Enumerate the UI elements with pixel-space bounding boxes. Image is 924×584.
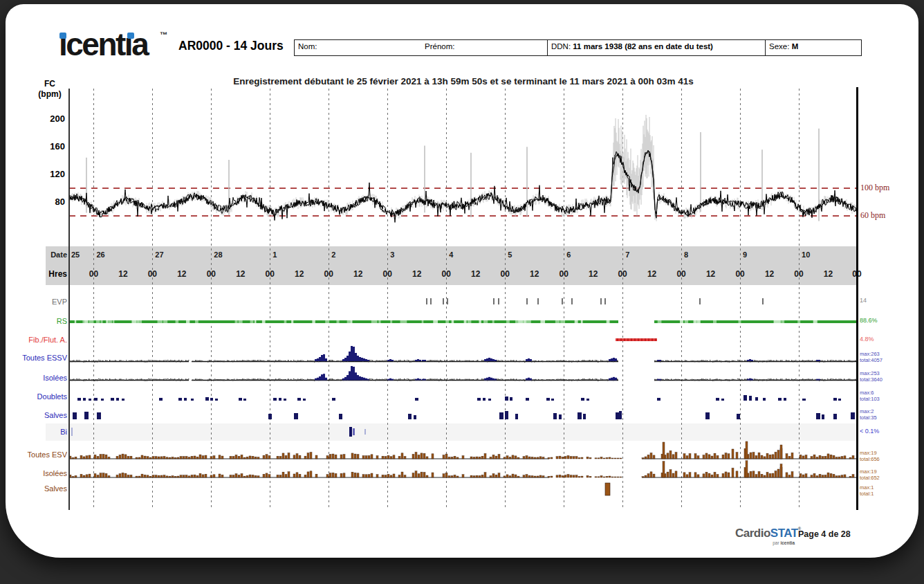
stat-line: max:263	[860, 351, 921, 357]
cardiostat-logo-stat: STAT	[770, 527, 798, 540]
hour-label: 00	[89, 269, 98, 279]
stat-line: total:652	[860, 475, 921, 481]
y-axis-label-fc: FC	[33, 79, 66, 89]
row-label-esv_slv: Salves	[0, 484, 67, 493]
row-label-essv_dbl: Doublets	[0, 392, 67, 401]
date-label-7: 7	[625, 250, 629, 259]
row-stat-essv_dbl: max:6total:103	[860, 390, 921, 402]
viewer-background: ıcentıa ™ AR0000 - 14 Jours Nom: Prénom:…	[0, 0, 924, 584]
hour-label: 12	[824, 269, 833, 279]
date-label-28: 28	[214, 250, 222, 259]
icentia-logo: ıcentıa	[59, 26, 147, 62]
hour-label: 00	[676, 269, 685, 279]
upper-bpm-limit-label: 100 bpm	[860, 183, 889, 193]
hour-label: 00	[501, 269, 510, 279]
date-label-3: 3	[390, 250, 394, 259]
row-label-bi: Bi	[0, 428, 67, 436]
date-label-1: 1	[272, 250, 277, 259]
ddn-value: 11 mars 1938 (82 ans en date du test)	[573, 42, 713, 51]
date-label-26: 26	[96, 250, 104, 259]
y-axis-label-bpm: (bpm)	[33, 89, 66, 100]
stat-line: 14	[860, 298, 921, 304]
stat-line: total:1	[860, 491, 921, 497]
stat-line: 4.8%	[860, 336, 921, 343]
nom-label: Nom:	[298, 42, 317, 51]
hour-label: 12	[706, 269, 715, 279]
hour-label: 12	[530, 269, 539, 279]
row-label-esv_iso: Isolées	[0, 469, 67, 477]
byline-icentia: icentia	[780, 540, 795, 545]
row-stat-bi: < 0.1%	[860, 428, 921, 435]
hour-label: 00	[207, 269, 216, 279]
row-label-essv_iso: Isolées	[0, 374, 67, 382]
row-stat-esv_all: max:19total:656	[860, 450, 921, 462]
row-stat-evp: 14	[860, 298, 921, 304]
icentia-logo-dot-icon	[127, 33, 134, 39]
date-row-label: Date	[28, 250, 67, 259]
date-label-5: 5	[508, 250, 512, 259]
hour-label: 00	[383, 269, 392, 279]
date-label-8: 8	[684, 250, 688, 259]
right-axis-line	[856, 87, 858, 510]
ddn-label: DDN:	[551, 42, 571, 51]
lower-bpm-limit-label: 60 bpm	[860, 210, 885, 221]
hour-label: 12	[177, 269, 186, 279]
row-stat-rs: 88.6%	[860, 318, 921, 324]
start-date-label: 25	[71, 250, 80, 259]
hour-label: 00	[735, 269, 744, 279]
hour-label: 00	[794, 269, 803, 279]
stat-line: total:103	[860, 396, 921, 402]
cardiostat-byline: par icentia	[735, 540, 795, 545]
date-label-2: 2	[331, 250, 335, 259]
stat-line: max:19	[860, 468, 921, 475]
date-label-9: 9	[743, 250, 747, 259]
row-stat-essv_all: max:263total:4057	[860, 351, 921, 363]
heart-rate-trend-chart	[69, 89, 858, 246]
hour-label: 00	[442, 269, 451, 279]
y-tick-160: 160	[36, 141, 65, 152]
date-label-10: 10	[802, 250, 810, 259]
date-label-27: 27	[155, 250, 163, 259]
stat-line: max:253	[860, 370, 921, 376]
y-axis-label: FC (bpm)	[33, 79, 66, 100]
row-label-fib: Fib./Flut. A.	[0, 336, 67, 344]
byline-par: par	[773, 540, 780, 545]
date-label-4: 4	[449, 250, 453, 259]
stat-line: 88.6%	[860, 318, 921, 324]
hour-label: 00	[148, 269, 157, 279]
row-stat-essv_iso: max:253total:3640	[860, 370, 921, 383]
stat-line: max:19	[860, 450, 921, 456]
row-label-essv_all: Toutes ESSV	[0, 354, 67, 362]
sexe-value: M	[792, 42, 799, 51]
date-label-6: 6	[566, 250, 571, 259]
stat-line: max:2	[860, 408, 921, 414]
recording-period-title: Enregistrement débutant le 25 février 20…	[207, 76, 719, 86]
patient-sex-field: Sexe: M	[765, 39, 862, 56]
row-stat-fib: 4.8%	[860, 336, 921, 343]
y-tick-200: 200	[36, 113, 65, 124]
row-label-rs: RS	[0, 317, 67, 325]
patient-name-field: Nom: Prénom:	[294, 39, 548, 56]
trademark-symbol: ™	[160, 30, 167, 39]
hour-label: 00	[618, 269, 627, 279]
stat-line: max:6	[860, 390, 921, 396]
hour-label: 12	[471, 269, 480, 279]
row-stat-esv_slv: max:1total:1	[860, 484, 921, 497]
hour-label: 12	[412, 269, 421, 279]
prenom-label: Prénom:	[425, 42, 454, 51]
hour-label: 12	[647, 269, 656, 279]
stat-line: total:656	[860, 456, 921, 462]
row-stat-esv_iso: max:19total:652	[860, 468, 921, 481]
row-label-essv_slv: Salves	[0, 411, 67, 419]
row-label-esv_all: Toutes ESV	[0, 450, 67, 459]
hour-label: 12	[353, 269, 362, 279]
hour-label: 00	[266, 269, 275, 279]
hour-label: 12	[765, 269, 774, 279]
hour-label: 12	[118, 269, 127, 279]
hour-label: 00	[324, 269, 333, 279]
hour-label: 12	[295, 269, 304, 279]
hour-label: 00	[559, 269, 568, 279]
stat-line: total:4057	[860, 357, 921, 363]
row-stat-essv_slv: max:2total:35	[860, 408, 921, 421]
stat-line: total:3640	[860, 376, 921, 383]
